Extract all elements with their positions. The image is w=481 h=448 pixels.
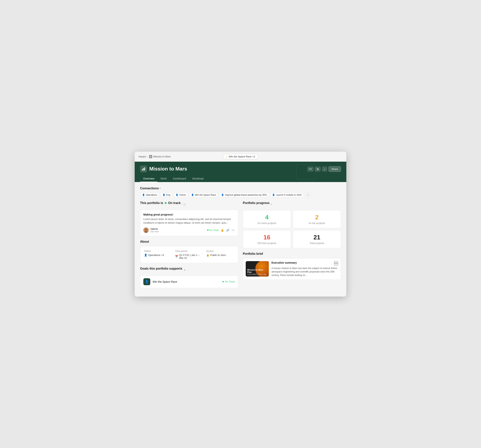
svg-rect-5 — [144, 167, 145, 170]
portfolio-title: Portfolio progress — [243, 201, 270, 205]
status-indicator-dot — [165, 202, 167, 204]
tag-label-6: Launch 5 rockets in 2022 — [276, 194, 302, 196]
brief-section: Portfolio brief Mission to Mars Plan Las… — [243, 252, 341, 280]
tag-eng[interactable]: 👤 Eng — [160, 192, 172, 197]
total-label: Total projects — [297, 242, 337, 245]
goal-name: Win the Space Race — [153, 280, 177, 283]
svg-point-7 — [145, 229, 147, 231]
connections-label: Connections — [140, 187, 159, 190]
svg-rect-0 — [150, 156, 150, 157]
add-goal-button[interactable]: + — [184, 268, 186, 272]
status-section-title: This portfolio is On track — [140, 201, 181, 205]
project-pill[interactable]: △ Win the Space Race +2 — [223, 154, 258, 159]
portfolio-card-total[interactable]: 21 Total projects — [293, 230, 341, 248]
portfolio-header[interactable]: Portfolio progress ▾ — [243, 201, 341, 207]
svg-rect-2 — [151, 156, 151, 157]
person-icon-3: 👤 — [176, 194, 178, 196]
status-card: Making great progress! Lorem ipsum dolor… — [140, 210, 238, 236]
portfolio-card-off-track[interactable]: 16 Off track projects — [243, 230, 291, 248]
goal-status-label: On Track — [225, 280, 235, 283]
alert-icon: △ — [226, 155, 228, 158]
more-card-button[interactable]: ••• — [231, 228, 235, 232]
breadcrumb-root[interactable]: Impact — [139, 155, 146, 158]
access-value: 🔓 Public to Xero — [206, 254, 234, 257]
tab-dashboard[interactable]: Dashboard — [170, 175, 189, 182]
access-value-text: Public to Xero — [210, 254, 226, 257]
on-track-label: On track projects — [247, 222, 287, 225]
app-window: Impact › Mission to Mars △ Win the Space… — [135, 152, 346, 296]
on-track-badge: On Track — [207, 229, 219, 232]
left-column: This portfolio is On track + Making grea… — [140, 201, 238, 292]
teams-value-text: Operations +3 — [148, 254, 164, 257]
right-column: Portfolio progress ▾ 4 On track projects… — [243, 201, 341, 292]
status-header: This portfolio is On track + — [140, 201, 238, 207]
widget-button[interactable]: ⊞ — [315, 167, 321, 172]
tag-operations[interactable]: 👤 Operations — [140, 192, 159, 197]
about-grid: Teams 👤 Operations +3 Time period 📅 — [144, 250, 234, 259]
tab-workload[interactable]: Workload — [189, 175, 207, 182]
about-title: About — [140, 240, 238, 243]
connections-tags: 👤 Operations 👤 Eng 👤 Astros 👤 Win the Sp… — [140, 192, 341, 197]
add-status-button[interactable]: + — [182, 202, 187, 206]
portfolio-card-on-track[interactable]: 4 On track projects — [243, 210, 291, 228]
brief-more-button[interactable]: ••• — [334, 261, 338, 265]
tab-work[interactable]: Work — [157, 175, 170, 182]
header-title-row: Mission to Mars — [140, 166, 187, 172]
tab-overview[interactable]: Overview — [140, 175, 157, 182]
tag-win-space-race[interactable]: 👤 Win the Space Race — [189, 192, 218, 197]
svg-rect-4 — [143, 168, 144, 170]
off-track-number: 16 — [247, 234, 287, 241]
brief-thumb-title: Mission to Mars Plan — [247, 269, 267, 273]
header-bg-graphic — [296, 164, 316, 180]
goal-status-dot — [222, 281, 224, 282]
access-label: Access — [206, 250, 234, 252]
svg-rect-1 — [150, 156, 151, 157]
person-icon-teams: 👤 — [144, 254, 147, 257]
goal-icon-symbol: 👤 — [145, 280, 149, 283]
portfolio-grid: 4 On track projects 2 At risk projects 1… — [243, 210, 341, 248]
brief-title: Portfolio brief — [243, 252, 341, 256]
at-risk-number: 2 — [297, 214, 337, 221]
at-risk-label: At risk projects — [297, 222, 337, 225]
teams-label: Teams — [144, 250, 172, 252]
goals-section: Goals this portfolio supports + 👤 Win th… — [140, 267, 238, 288]
connections-dropdown[interactable]: Connections ▾ — [140, 187, 341, 190]
portfolio-card-at-risk[interactable]: 2 At risk projects — [293, 210, 341, 228]
portfolio-chevron-icon: ▾ — [271, 203, 272, 205]
breadcrumb: Impact › Mission to Mars — [139, 155, 171, 158]
header-logo — [140, 166, 147, 172]
share-button[interactable]: Share — [328, 166, 341, 172]
about-section: About Teams 👤 Operations +3 — [140, 240, 238, 263]
person-icon-6: 👤 — [272, 194, 275, 196]
goal-card[interactable]: 👤 Win the Space Race On Track — [140, 275, 238, 288]
brief-card-title: Executive summary — [271, 261, 297, 264]
breadcrumb-separator: › — [147, 155, 148, 158]
author-name: Valerie — [150, 228, 158, 230]
about-card: Teams 👤 Operations +3 Time period 📅 — [140, 246, 238, 263]
like-button[interactable]: 👍 — [220, 228, 224, 232]
author-info: Valerie Just now — [150, 228, 158, 233]
link-button[interactable]: 🔗 — [226, 228, 230, 232]
author-time: Just now — [150, 230, 158, 233]
brief-thumbnail-text: Mission to Mars Plan Last edited 3 days … — [246, 267, 269, 277]
about-access: Access 🔓 Public to Xero — [206, 250, 234, 259]
brief-content: Executive summary ••• A human mission to… — [271, 261, 338, 277]
page-header: Mission to Mars ••• ⊞ ⌕ Share Overview W… — [135, 162, 346, 182]
time-value-text: Q1 FY22 | Jan 1 – Mar 31 — [179, 254, 203, 259]
project-pill-label: Win the Space Race +2 — [229, 155, 255, 158]
tag-astros[interactable]: 👤 Astros — [173, 192, 188, 197]
brief-card: Mission to Mars Plan Last edited 3 days … — [243, 258, 341, 280]
tag-label-3: Astros — [179, 194, 186, 196]
tag-label-4: Win the Space Race — [195, 194, 216, 196]
person-icon-5: 👤 — [221, 194, 224, 196]
breadcrumb-page[interactable]: Mission to Mars — [153, 155, 171, 158]
add-connection-button[interactable]: + — [305, 192, 311, 197]
on-track-dot — [207, 229, 209, 231]
tag-label-2: Eng — [166, 194, 170, 196]
person-icon-2: 👤 — [163, 194, 165, 196]
portfolio-section: Portfolio progress ▾ 4 On track projects… — [243, 201, 341, 248]
search-button[interactable]: ⌕ — [322, 167, 327, 172]
tag-brand-awareness[interactable]: 👤 Improve global brand awareness by 35% — [219, 192, 269, 197]
tag-launch-rockets[interactable]: 👤 Launch 5 rockets in 2022 — [270, 192, 304, 197]
brief-thumbnail[interactable]: Mission to Mars Plan Last edited 3 days … — [246, 261, 269, 277]
